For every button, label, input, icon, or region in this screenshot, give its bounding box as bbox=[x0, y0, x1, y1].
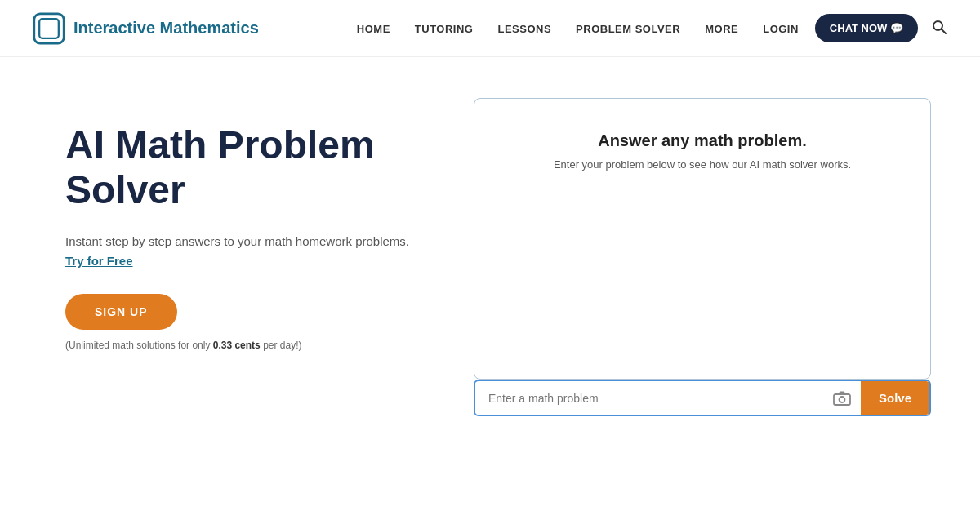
hero-subtitle: Instant step by step answers to your mat… bbox=[65, 232, 425, 271]
camera-icon bbox=[833, 391, 851, 406]
nav-item-more[interactable]: MORE bbox=[705, 23, 738, 35]
signup-button[interactable]: SIGN UP bbox=[65, 294, 177, 330]
search-icon bbox=[931, 19, 947, 35]
camera-button[interactable] bbox=[823, 383, 861, 414]
svg-rect-1 bbox=[39, 19, 59, 38]
right-panel: Answer any math problem. Enter your prob… bbox=[474, 98, 931, 416]
nav-links: HOME TUTORING LESSONS PROBLEM SOLVER MOR… bbox=[357, 21, 799, 36]
main-content: AI Math Problem Solver Instant step by s… bbox=[0, 57, 980, 449]
solver-input-row: Solve bbox=[474, 380, 931, 416]
svg-point-5 bbox=[839, 397, 844, 402]
search-button[interactable] bbox=[931, 19, 947, 38]
navbar: Interactive Mathematics HOME TUTORING LE… bbox=[0, 0, 980, 57]
pricing-note: (Unlimited math solutions for only 0.33 … bbox=[65, 340, 425, 351]
nav-item-problem-solver[interactable]: PROBLEM SOLVER bbox=[576, 23, 680, 35]
chat-now-button[interactable]: CHAT NOW 💬 bbox=[815, 14, 918, 42]
nav-item-login[interactable]: LOGIN bbox=[763, 23, 799, 35]
solve-button[interactable]: Solve bbox=[861, 381, 929, 415]
solver-box: Answer any math problem. Enter your prob… bbox=[474, 98, 931, 380]
logo-icon bbox=[33, 12, 65, 45]
nav-item-lessons[interactable]: LESSONS bbox=[497, 23, 551, 35]
pricing-highlight: 0.33 cents bbox=[213, 340, 261, 351]
try-free-link[interactable]: Try for Free bbox=[65, 254, 133, 268]
nav-item-home[interactable]: HOME bbox=[357, 23, 390, 35]
pricing-note-start: (Unlimited math solutions for only bbox=[65, 340, 213, 351]
nav-item-tutoring[interactable]: TUTORING bbox=[415, 23, 474, 35]
svg-rect-4 bbox=[834, 394, 850, 405]
math-problem-input[interactable] bbox=[475, 382, 823, 415]
hero-subtitle-text: Instant step by step answers to your mat… bbox=[65, 234, 409, 248]
logo-text: Interactive Mathematics bbox=[74, 19, 259, 38]
pricing-note-end: per day!) bbox=[261, 340, 302, 351]
left-panel: AI Math Problem Solver Instant step by s… bbox=[65, 98, 425, 351]
svg-line-3 bbox=[942, 29, 947, 34]
logo-link[interactable]: Interactive Mathematics bbox=[33, 12, 259, 45]
hero-title: AI Math Problem Solver bbox=[65, 122, 425, 212]
solver-answer-title: Answer any math problem. bbox=[598, 131, 807, 150]
solver-answer-subtitle: Enter your problem below to see how our … bbox=[554, 158, 851, 171]
